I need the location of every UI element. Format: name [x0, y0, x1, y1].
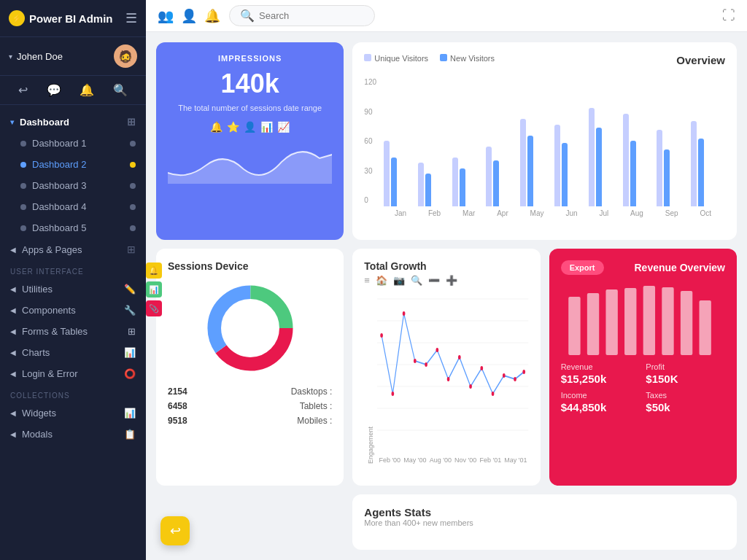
- svg-point-10: [381, 333, 384, 338]
- message-icon[interactable]: 💬: [47, 83, 61, 97]
- login-icon: ⭕: [124, 368, 136, 379]
- sidebar-nav: ▾ Dashboard ⊞ Dashboard 1 Dashboard 2: [0, 105, 146, 560]
- notification-icon[interactable]: 🔔: [80, 83, 94, 97]
- x-nov00: Nov '00: [454, 456, 476, 464]
- legend-unique-dot: [364, 54, 371, 61]
- nav-item-dashboard2[interactable]: Dashboard 2: [0, 154, 146, 175]
- growth-camera-icon[interactable]: 📷: [393, 275, 405, 286]
- svg-point-2: [214, 292, 286, 364]
- bar-new-9: [698, 139, 704, 206]
- nav-item-dashboard1[interactable]: Dashboard 1: [0, 133, 146, 154]
- bar-new-6: [596, 128, 602, 206]
- nav-item-utilities[interactable]: ◀ Utilities ✏️: [0, 279, 146, 300]
- imp-trend-icon: 📈: [277, 121, 290, 133]
- nav-item-login[interactable]: ◀ Login & Error ⭕: [0, 363, 146, 384]
- svg-point-16: [447, 377, 450, 381]
- nav-item-charts[interactable]: ◀ Charts 📊: [0, 342, 146, 363]
- logo-icon: ⚡: [9, 10, 25, 26]
- svg-rect-24: [568, 297, 580, 355]
- x-may00: May '00: [403, 456, 426, 464]
- topbar-users-icon[interactable]: 👥: [158, 8, 174, 24]
- svg-rect-28: [643, 286, 654, 355]
- svg-rect-27: [624, 288, 636, 355]
- imp-star-icon: ⭐: [227, 121, 239, 133]
- topbar: 👥 👤 🔔 🔍 ⛶: [146, 0, 747, 32]
- bar-group-1: [418, 163, 449, 206]
- chart-y-axis: 120 90 60 30 0: [364, 75, 381, 217]
- nav-forms-label: Forms & Tables: [22, 326, 88, 337]
- left-btn-analytics[interactable]: 📊: [146, 281, 162, 298]
- x-label-7: Aug: [630, 209, 643, 217]
- x-label-1: Feb: [428, 209, 441, 217]
- growth-line-chart: Feb '00 May '00 Aug '00 Nov '00 Feb '01 …: [377, 292, 528, 464]
- topbar-search[interactable]: 🔍: [229, 5, 375, 26]
- charts-icon: 📊: [124, 347, 136, 358]
- growth-menu-icon[interactable]: ≡: [364, 275, 370, 286]
- nav-dashboard-grid-icon: ⊞: [127, 116, 136, 128]
- user-avatar: 🧔: [114, 44, 137, 68]
- nav-item-widgets[interactable]: ◀ Widgets 📊: [0, 402, 146, 424]
- bar-new-4: [527, 136, 533, 207]
- x-label-9: Oct: [700, 209, 711, 217]
- search-icon[interactable]: 🔍: [113, 83, 128, 97]
- y-0: 0: [364, 196, 376, 204]
- growth-plus-icon[interactable]: ➕: [446, 275, 457, 286]
- left-btn-notification[interactable]: 🔔: [146, 262, 162, 279]
- x-label-5: Jun: [565, 209, 577, 217]
- svg-rect-25: [587, 293, 599, 355]
- nav-item-components[interactable]: ◀ Components 🔧: [0, 300, 146, 321]
- logout-icon[interactable]: ↩: [18, 83, 28, 97]
- revenue-value-taxes: $50k: [646, 401, 725, 413]
- nav-dashboard5-label: Dashboard 5: [32, 222, 86, 233]
- svg-point-20: [492, 392, 495, 396]
- nav-d5-dot: [130, 225, 136, 231]
- topbar-bell-icon[interactable]: 🔔: [204, 8, 220, 24]
- section-collections-label: COLLECTIONS: [0, 384, 146, 402]
- bar-unique-7: [623, 114, 629, 207]
- svg-point-19: [481, 366, 484, 370]
- agents-sub: More than 400+ new members: [364, 518, 725, 527]
- nav-d2-dot: [130, 162, 136, 168]
- impressions-card: IMPRESSIONS 140k The total number of ses…: [156, 42, 344, 240]
- x-label-3: Apr: [497, 209, 508, 217]
- nav-dashboard4-label: Dashboard 4: [32, 201, 86, 212]
- nav-item-dashboard3[interactable]: Dashboard 3: [0, 175, 146, 196]
- growth-x-labels: Feb '00 May '00 Aug '00 Nov '00 Feb '01 …: [377, 456, 528, 464]
- hamburger-icon[interactable]: ☰: [125, 10, 137, 26]
- stat-row-tablets: 6458 Tablets :: [168, 399, 332, 413]
- nav-apps-grid-icon: ⊞: [127, 244, 136, 255]
- fullscreen-icon[interactable]: ⛶: [722, 8, 735, 23]
- nav-utilities-label: Utilities: [22, 284, 53, 295]
- x-label-4: May: [530, 209, 544, 217]
- svg-rect-29: [662, 287, 673, 355]
- nav-item-modals[interactable]: ◀ Modals 📋: [0, 424, 146, 445]
- nav-item-apps-pages[interactable]: ◀ Apps & Pages ⊞: [0, 238, 146, 260]
- topbar-user-icon[interactable]: 👤: [181, 8, 197, 24]
- floating-back-button[interactable]: ↩: [160, 516, 190, 545]
- export-button[interactable]: Export: [561, 260, 604, 275]
- growth-search-icon[interactable]: 🔍: [411, 275, 422, 286]
- nav-charts-label: Charts: [22, 347, 50, 358]
- nav-item-dashboard4[interactable]: Dashboard 4: [0, 196, 146, 217]
- nav-login-label: Login & Error: [22, 368, 78, 379]
- impressions-sub: The total number of sessions date range: [168, 104, 332, 112]
- search-input[interactable]: [259, 10, 364, 21]
- left-btn-attach[interactable]: 📎: [146, 300, 162, 316]
- x-feb00: Feb '00: [379, 456, 400, 464]
- revenue-label-revenue: Revenue: [561, 362, 640, 371]
- growth-minus-icon[interactable]: ➖: [428, 275, 440, 286]
- svg-point-13: [414, 359, 417, 363]
- legend-new-label: New Visitors: [450, 54, 495, 63]
- nav-item-dashboard5[interactable]: Dashboard 5: [0, 217, 146, 238]
- main-content: 👥 👤 🔔 🔍 ⛶ IMPRESSIONS 140k The total num…: [146, 0, 747, 560]
- growth-home-icon[interactable]: 🏠: [376, 275, 387, 286]
- nav-item-forms[interactable]: ◀ Forms & Tables ⊞: [0, 321, 146, 342]
- imp-bell-icon: 🔔: [210, 121, 222, 133]
- bar-chart-area: [381, 75, 725, 206]
- agents-title: Agents Stats: [364, 506, 725, 518]
- bar-group-2: [452, 158, 484, 207]
- bar-unique-8: [657, 130, 662, 206]
- growth-y-axis-label: Engagement: [364, 292, 377, 464]
- bar-group-9: [691, 121, 722, 206]
- nav-item-dashboard[interactable]: ▾ Dashboard ⊞: [0, 111, 146, 133]
